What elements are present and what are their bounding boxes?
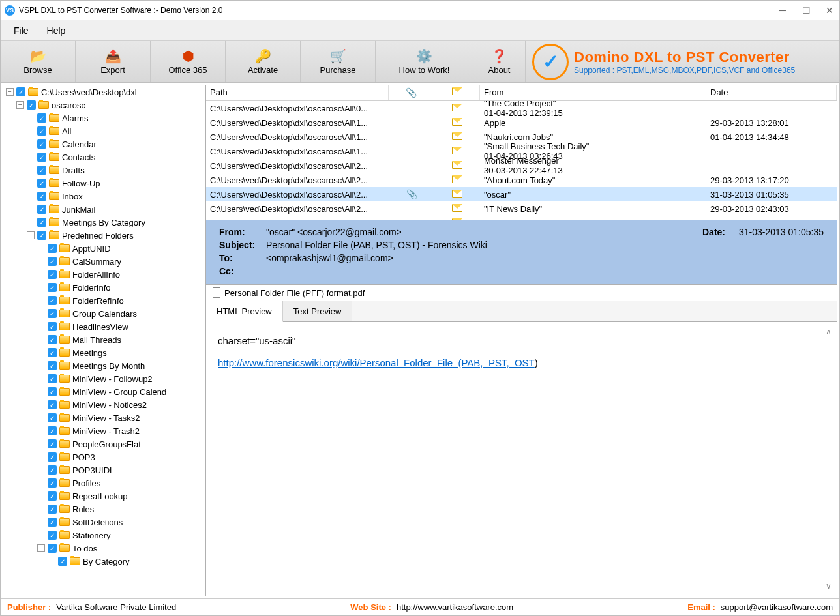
purchase-button[interactable]: 🛒Purchase bbox=[301, 41, 376, 82]
message-row[interactable]: C:\Users\ved\Desktop\dxl\oscarosc\All\1.… bbox=[206, 115, 837, 130]
toggle-icon[interactable]: − bbox=[6, 88, 14, 96]
tree-predef-item[interactable]: ✓Stationery bbox=[3, 529, 203, 542]
col-mail-icon[interactable] bbox=[434, 85, 480, 100]
tree-account[interactable]: −✓oscarosc bbox=[3, 98, 203, 111]
checkbox-icon[interactable]: ✓ bbox=[16, 87, 25, 96]
toggle-icon[interactable]: − bbox=[27, 231, 35, 239]
tree-predef-item[interactable]: ✓POP3 bbox=[3, 450, 203, 463]
tree-predef-item[interactable]: ✓PeopleGroupsFlat bbox=[3, 437, 203, 450]
checkbox-icon[interactable]: ✓ bbox=[48, 413, 57, 422]
tree-predef-item[interactable]: ✓MiniView - Group Calend bbox=[3, 385, 203, 398]
office365-button[interactable]: ⬢Office 365 bbox=[151, 41, 226, 82]
checkbox-icon[interactable]: ✓ bbox=[48, 531, 57, 540]
tree-predef-item[interactable]: ✓Meetings By Month bbox=[3, 359, 203, 372]
tree-predef-item[interactable]: ✓MiniView - Notices2 bbox=[3, 398, 203, 411]
checkbox-icon[interactable]: ✓ bbox=[48, 270, 57, 279]
checkbox-icon[interactable]: ✓ bbox=[48, 439, 57, 448]
tree-predef-item[interactable]: ✓MiniView - Followup2 bbox=[3, 372, 203, 385]
browse-button[interactable]: 📂Browse bbox=[1, 41, 76, 82]
tree-folder[interactable]: ✓All bbox=[3, 125, 203, 138]
tree-predef-item[interactable]: ✓Meetings bbox=[3, 346, 203, 359]
tree-predef-item[interactable]: ✓FolderRefInfo bbox=[3, 294, 203, 307]
checkbox-icon[interactable]: ✓ bbox=[48, 465, 57, 475]
checkbox-icon[interactable]: ✓ bbox=[48, 400, 57, 409]
checkbox-icon[interactable]: ✓ bbox=[27, 100, 36, 110]
checkbox-icon[interactable]: ✓ bbox=[37, 139, 46, 149]
tree-todos-child[interactable]: ✓By Category bbox=[3, 555, 203, 568]
maximize-button[interactable]: ☐ bbox=[800, 5, 812, 16]
tree-predef-item[interactable]: ✓CalSummary bbox=[3, 255, 203, 268]
minimize-button[interactable]: ─ bbox=[777, 5, 788, 16]
tree-predef-item[interactable]: ✓MiniView - Trash2 bbox=[3, 424, 203, 437]
checkbox-icon[interactable]: ✓ bbox=[48, 348, 57, 357]
checkbox-icon[interactable]: ✓ bbox=[48, 374, 57, 383]
tree-predef-item[interactable]: ✓HeadlinesView bbox=[3, 320, 203, 333]
message-row[interactable]: C:\Users\ved\Desktop\dxl\oscarosc\All\2.… bbox=[206, 216, 837, 220]
checkbox-icon[interactable]: ✓ bbox=[48, 505, 57, 514]
checkbox-icon[interactable]: ✓ bbox=[48, 426, 57, 435]
tree-predef-item[interactable]: ✓RepeatLookup bbox=[3, 490, 203, 503]
tab-html-preview[interactable]: HTML Preview bbox=[206, 301, 283, 322]
message-row[interactable]: C:\Users\ved\Desktop\dxl\oscarosc\All\2.… bbox=[206, 158, 837, 173]
checkbox-icon[interactable]: ✓ bbox=[48, 452, 57, 462]
checkbox-icon[interactable]: ✓ bbox=[37, 231, 46, 240]
message-row[interactable]: C:\Users\ved\Desktop\dxl\oscarosc\All\2.… bbox=[206, 173, 837, 187]
tree-root[interactable]: −✓C:\Users\ved\Desktop\dxl bbox=[3, 85, 203, 98]
tree-folder[interactable]: ✓Calendar bbox=[3, 138, 203, 151]
checkbox-icon[interactable]: ✓ bbox=[48, 283, 57, 292]
tree-folder[interactable]: ✓Meetings By Category bbox=[3, 216, 203, 229]
tree-predef-item[interactable]: ✓ApptUNID bbox=[3, 242, 203, 255]
checkbox-icon[interactable]: ✓ bbox=[37, 126, 46, 136]
close-button[interactable]: ✕ bbox=[824, 5, 835, 16]
tree-folder[interactable]: ✓Inbox bbox=[3, 190, 203, 203]
checkbox-icon[interactable]: ✓ bbox=[37, 205, 46, 214]
checkbox-icon[interactable]: ✓ bbox=[48, 296, 57, 305]
tree-folder[interactable]: ✓Contacts bbox=[3, 151, 203, 164]
checkbox-icon[interactable]: ✓ bbox=[48, 257, 57, 266]
about-button[interactable]: ❓About bbox=[473, 41, 526, 82]
how-to-work-button[interactable]: ⚙️How to Work! bbox=[376, 41, 473, 82]
checkbox-icon[interactable]: ✓ bbox=[37, 153, 46, 162]
col-path[interactable]: Path bbox=[206, 85, 389, 100]
tree-predefined[interactable]: −✓Predefined Folders bbox=[3, 229, 203, 242]
checkbox-icon[interactable]: ✓ bbox=[48, 491, 57, 501]
attachment-bar[interactable]: Personal Folder File (PFF) format.pdf bbox=[205, 285, 837, 301]
tree-predef-item[interactable]: ✓Rules bbox=[3, 503, 203, 516]
message-row[interactable]: C:\Users\ved\Desktop\dxl\oscarosc\All\2.… bbox=[206, 201, 837, 216]
tree-predef-item[interactable]: ✓FolderInfo bbox=[3, 281, 203, 294]
menu-help[interactable]: Help bbox=[38, 20, 75, 40]
tree-predef-item[interactable]: ✓POP3UIDL bbox=[3, 463, 203, 477]
message-row[interactable]: C:\Users\ved\Desktop\dxl\oscarosc\All\2.… bbox=[206, 187, 837, 201]
tree-predef-item[interactable]: ✓FolderAllInfo bbox=[3, 268, 203, 281]
tree-folder[interactable]: ✓Drafts bbox=[3, 164, 203, 177]
tree-folder[interactable]: ✓Alarms bbox=[3, 111, 203, 125]
toggle-icon[interactable]: − bbox=[16, 101, 24, 109]
tab-text-preview[interactable]: Text Preview bbox=[283, 301, 353, 321]
scroll-up-icon[interactable]: ∧ bbox=[826, 327, 832, 336]
checkbox-icon[interactable]: ✓ bbox=[48, 387, 57, 396]
checkbox-icon[interactable]: ✓ bbox=[48, 518, 57, 527]
tree-predef-item[interactable]: ✓Mail Threads bbox=[3, 333, 203, 346]
tree-predef-item[interactable]: ✓MiniView - Tasks2 bbox=[3, 411, 203, 424]
tree-predef-item[interactable]: ✓Profiles bbox=[3, 477, 203, 490]
checkbox-icon[interactable]: ✓ bbox=[48, 544, 57, 553]
tree-predef-item[interactable]: ✓Group Calendars bbox=[3, 307, 203, 320]
checkbox-icon[interactable]: ✓ bbox=[48, 361, 57, 370]
checkbox-icon[interactable]: ✓ bbox=[48, 244, 57, 253]
tree-todos[interactable]: −✓To dos bbox=[3, 542, 203, 555]
col-attach-icon[interactable]: 📎 bbox=[389, 85, 434, 100]
checkbox-icon[interactable]: ✓ bbox=[48, 322, 57, 331]
col-from[interactable]: From bbox=[480, 85, 706, 100]
message-row[interactable]: C:\Users\ved\Desktop\dxl\oscarosc\All\0.… bbox=[206, 101, 837, 115]
tree-predef-item[interactable]: ✓SoftDeletions bbox=[3, 516, 203, 529]
folder-tree[interactable]: −✓C:\Users\ved\Desktop\dxl−✓oscarosc✓Ala… bbox=[3, 85, 203, 596]
tree-folder[interactable]: ✓Follow-Up bbox=[3, 177, 203, 190]
preview-body[interactable]: ∧ charset="us-ascii" http://www.forensic… bbox=[205, 322, 837, 596]
export-button[interactable]: 📤Export bbox=[76, 41, 151, 82]
checkbox-icon[interactable]: ✓ bbox=[37, 218, 46, 227]
checkbox-icon[interactable]: ✓ bbox=[37, 166, 46, 175]
toggle-icon[interactable]: − bbox=[37, 544, 45, 552]
checkbox-icon[interactable]: ✓ bbox=[48, 478, 57, 488]
scroll-down-icon[interactable]: ∨ bbox=[826, 581, 832, 591]
checkbox-icon[interactable]: ✓ bbox=[37, 192, 46, 201]
